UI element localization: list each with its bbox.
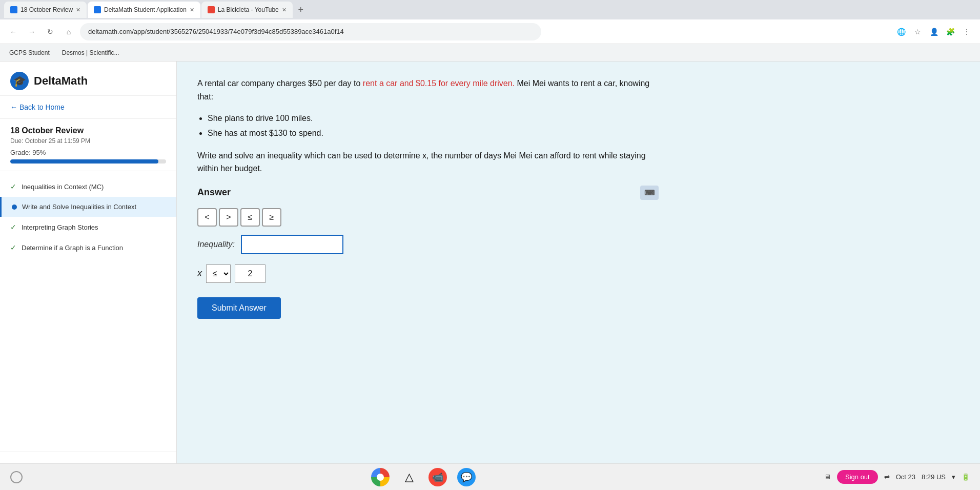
main-layout: DeltaMath ← Back to Home 18 October Revi… — [0, 62, 980, 490]
tab-favicon-1 — [10, 6, 17, 13]
extension-icon[interactable]: 🧩 — [943, 25, 957, 39]
solution-row: x ≤ < > ≥ 2 — [197, 264, 659, 283]
chat-taskbar-icon[interactable]: 💬 — [457, 468, 476, 486]
assignment-due: Due: October 25 at 11:59 PM — [10, 137, 166, 145]
answer-label-text: Answer — [197, 187, 231, 198]
bookmark-gcps-label: GCPS Student — [9, 49, 50, 56]
content-area: A rental car company charges $50 per day… — [177, 62, 980, 490]
bookmark-icon[interactable]: ☆ — [910, 25, 925, 39]
forward-button[interactable]: → — [25, 25, 39, 39]
sign-out-button[interactable]: Sign out — [837, 470, 878, 484]
back-button[interactable]: ← — [6, 25, 21, 39]
tab-18-october[interactable]: 18 October Review ✕ — [4, 2, 87, 18]
sidebar-logo: DeltaMath — [0, 62, 176, 96]
screen-icon: 🖥 — [824, 473, 831, 481]
progress-fill — [10, 159, 158, 164]
taskbar-left — [10, 471, 23, 483]
solution-operator-dropdown[interactable]: ≤ < > ≥ — [206, 264, 231, 283]
tab-label-1: 18 October Review — [21, 6, 73, 13]
nav-item-label-1: Inequalities in Context (MC) — [22, 183, 104, 191]
progress-bar — [10, 159, 166, 164]
refresh-button[interactable]: ↻ — [43, 25, 57, 39]
symbol-buttons: < > ≤ ≥ — [197, 208, 659, 227]
new-tab-button[interactable]: + — [294, 3, 308, 17]
sidebar: DeltaMath ← Back to Home 18 October Revi… — [0, 62, 177, 490]
bookmark-desmos-label: Desmos | Scientific... — [62, 49, 119, 56]
tab-bar: 18 October Review ✕ DeltaMath Student Ap… — [0, 0, 980, 19]
symbol-greater-equal[interactable]: ≥ — [262, 208, 281, 227]
taskbar-equalizer-icon: ⇌ — [884, 473, 890, 481]
translate-icon[interactable]: 🌐 — [894, 25, 908, 39]
problem-question: Write and solve an inequality which can … — [197, 149, 659, 175]
chrome-taskbar-icon[interactable] — [371, 468, 390, 486]
back-link-text: ← Back to Home — [10, 103, 65, 111]
address-bar: ← → ↻ ⌂ deltamath.com/app/student/356527… — [0, 19, 980, 44]
drive-taskbar-icon[interactable]: △ — [400, 468, 418, 486]
bookmarks-bar: GCPS Student Desmos | Scientific... — [0, 44, 980, 62]
tab-label-3: La Bicicleta - YouTube — [218, 6, 279, 13]
tab-close-2[interactable]: ✕ — [190, 7, 194, 13]
battery-icon: 🔋 — [962, 473, 970, 481]
tab-deltamath[interactable]: DeltaMath Student Application ✕ — [88, 2, 200, 18]
address-actions: 🌐 ☆ 👤 🧩 ⋮ — [894, 25, 974, 39]
solution-value-display: 2 — [235, 264, 266, 283]
inequality-row: Inequality: — [197, 235, 659, 254]
taskbar-circle — [10, 471, 23, 483]
taskbar: △ 📹 💬 🖥 Sign out ⇌ Oct 23 8:29 US ▾ 🔋 — [0, 463, 980, 490]
submit-answer-button[interactable]: Submit Answer — [197, 297, 281, 319]
taskbar-right: 🖥 Sign out ⇌ Oct 23 8:29 US ▾ 🔋 — [824, 470, 970, 484]
logo-text: DeltaMath — [34, 74, 88, 88]
nav-items: ✓ Inequalities in Context (MC) Write and… — [0, 171, 176, 452]
tab-label-2: DeltaMath Student Application — [104, 6, 187, 13]
taskbar-time: 8:29 US — [922, 473, 946, 481]
bullet-list: She plans to drive 100 miles. She has at… — [208, 111, 959, 141]
url-input[interactable]: deltamath.com/app/student/3565276/250419… — [80, 23, 541, 40]
assignment-info: 18 October Review Due: October 25 at 11:… — [0, 119, 176, 171]
solution-variable: x — [197, 268, 202, 279]
keyboard-icon[interactable]: ⌨ — [640, 186, 659, 200]
menu-icon[interactable]: ⋮ — [959, 25, 974, 39]
inequality-label-text: Inequality: — [197, 240, 235, 249]
assignment-title: 18 October Review — [10, 126, 166, 135]
bullet-item-1: She plans to drive 100 miles. — [208, 111, 959, 126]
grade-label: Grade: 95% — [10, 149, 166, 156]
inequality-input[interactable] — [241, 235, 343, 254]
bookmark-desmos[interactable]: Desmos | Scientific... — [59, 48, 122, 57]
meet-taskbar-icon[interactable]: 📹 — [428, 468, 447, 486]
nav-item-write-solve[interactable]: Write and Solve Inequalities in Context — [0, 197, 176, 217]
profile-icon[interactable]: 👤 — [927, 25, 941, 39]
nav-item-inequalities-mc[interactable]: ✓ Inequalities in Context (MC) — [0, 176, 176, 197]
answer-section: Answer ⌨ < > ≤ ≥ Inequality: x ≤ < > ≥ — [197, 186, 659, 319]
nav-item-graph-function[interactable]: ✓ Determine if a Graph is a Function — [0, 237, 176, 258]
taskbar-date: Oct 23 — [896, 473, 915, 481]
symbol-less-equal[interactable]: ≤ — [240, 208, 260, 227]
home-button[interactable]: ⌂ — [62, 25, 76, 39]
tab-close-1[interactable]: ✕ — [76, 7, 80, 13]
tab-favicon-2 — [94, 6, 101, 13]
check-icon-3: ✓ — [10, 223, 16, 231]
taskbar-center: △ 📹 💬 — [371, 468, 476, 486]
symbol-less-than[interactable]: < — [197, 208, 217, 227]
logo-icon — [10, 72, 29, 90]
problem-text-part1: A rental car company charges $50 per day… — [197, 79, 363, 88]
tab-close-3[interactable]: ✕ — [282, 7, 287, 13]
problem-text-highlight: rent a car and $0.15 for every mile driv… — [363, 79, 515, 88]
symbol-greater-than[interactable]: > — [219, 208, 238, 227]
check-icon-4: ✓ — [10, 243, 16, 252]
nav-item-graph-stories[interactable]: ✓ Interpreting Graph Stories — [0, 217, 176, 237]
answer-label: Answer ⌨ — [197, 186, 659, 200]
nav-item-label-4: Determine if a Graph is a Function — [22, 244, 123, 252]
tab-favicon-3 — [208, 6, 215, 13]
bookmark-gcps[interactable]: GCPS Student — [6, 48, 53, 57]
bullet-item-2: She has at most $130 to spend. — [208, 126, 959, 141]
bullet-icon-2 — [12, 205, 17, 210]
problem-text-1: A rental car company charges $50 per day… — [197, 77, 659, 103]
url-text: deltamath.com/app/student/3565276/250419… — [88, 28, 344, 35]
tab-youtube[interactable]: La Bicicleta - YouTube ✕ — [201, 2, 293, 18]
back-to-home-link[interactable]: ← Back to Home — [0, 96, 176, 119]
wifi-icon: ▾ — [952, 473, 955, 481]
nav-item-label-2: Write and Solve Inequalities in Context — [22, 203, 136, 211]
nav-item-label-3: Interpreting Graph Stories — [22, 223, 98, 231]
check-icon-1: ✓ — [10, 182, 16, 191]
